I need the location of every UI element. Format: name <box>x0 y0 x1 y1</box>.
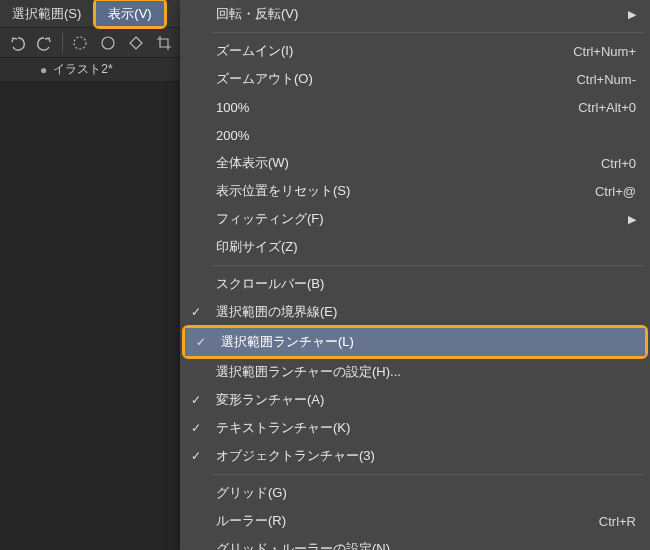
menu-item-label: 印刷サイズ(Z) <box>212 238 636 256</box>
menu-item-label: 回転・反転(V) <box>212 5 620 23</box>
menu-separator <box>212 32 644 33</box>
menu-item-shortcut: Ctrl+Alt+0 <box>578 100 636 115</box>
check-icon: ✓ <box>180 449 212 463</box>
menu-item-label: オブジェクトランチャー(3) <box>212 447 636 465</box>
menubar-item-label: 表示(V) <box>108 5 151 23</box>
menu-item-selection-launcher-settings[interactable]: 選択範囲ランチャーの設定(H)... <box>180 358 650 386</box>
menu-item-label: 100% <box>212 100 578 115</box>
menu-item-label: ズームアウト(O) <box>212 70 576 88</box>
menu-item-label: 全体表示(W) <box>212 154 601 172</box>
tab-modified-dot-icon: ● <box>40 63 47 77</box>
menu-separator <box>212 474 644 475</box>
redo-icon[interactable] <box>34 32 56 54</box>
menu-item-label: 変形ランチャー(A) <box>212 391 636 409</box>
menu-item-fitting[interactable]: フィッティング(F) ▶ <box>180 205 650 233</box>
menu-item-label: ルーラー(R) <box>212 512 599 530</box>
check-icon: ✓ <box>180 421 212 435</box>
menu-item-selection-border[interactable]: ✓ 選択範囲の境界線(E) <box>180 298 650 326</box>
menu-item-label: 選択範囲ランチャー(L) <box>217 333 631 351</box>
check-icon: ✓ <box>185 335 217 349</box>
menu-item-selection-launcher[interactable]: ✓ 選択範囲ランチャー(L) <box>185 328 645 356</box>
submenu-arrow-icon: ▶ <box>628 8 636 21</box>
crop-icon[interactable] <box>153 32 175 54</box>
menu-item-rotate-flip[interactable]: 回転・反転(V) ▶ <box>180 0 650 28</box>
menu-item-shortcut: Ctrl+0 <box>601 156 636 171</box>
document-tab-label[interactable]: イラスト2* <box>53 61 112 78</box>
menu-item-shortcut: Ctrl+Num+ <box>573 44 636 59</box>
menu-item-text-launcher[interactable]: ✓ テキストランチャー(K) <box>180 414 650 442</box>
menu-item-label: フィッティング(F) <box>212 210 620 228</box>
menu-item-label: グリッド・ルーラーの設定(N)... <box>212 540 636 550</box>
menu-item-print-size[interactable]: 印刷サイズ(Z) <box>180 233 650 261</box>
menu-item-ruler[interactable]: ルーラー(R) Ctrl+R <box>180 507 650 535</box>
menu-item-label: 200% <box>212 128 636 143</box>
svg-point-0 <box>74 37 86 49</box>
select-circle-icon[interactable] <box>97 32 119 54</box>
menu-item-transform-launcher[interactable]: ✓ 変形ランチャー(A) <box>180 386 650 414</box>
menubar-item-view[interactable]: 表示(V) <box>96 1 163 26</box>
menubar-item-selection[interactable]: 選択範囲(S) <box>0 0 93 27</box>
check-icon: ✓ <box>180 305 212 319</box>
menu-item-grid[interactable]: グリッド(G) <box>180 479 650 507</box>
menu-item-100pct[interactable]: 100% Ctrl+Alt+0 <box>180 93 650 121</box>
menu-item-label: 表示位置をリセット(S) <box>212 182 595 200</box>
menu-item-label: グリッド(G) <box>212 484 636 502</box>
menu-item-zoom-in[interactable]: ズームイン(I) Ctrl+Num+ <box>180 37 650 65</box>
select-circle-dashed-icon[interactable] <box>69 32 91 54</box>
menu-item-label: テキストランチャー(K) <box>212 419 636 437</box>
menubar-item-view-highlight: 表示(V) <box>93 0 166 29</box>
menu-item-label: スクロールバー(B) <box>212 275 636 293</box>
undo-icon[interactable] <box>6 32 28 54</box>
menu-item-shortcut: Ctrl+@ <box>595 184 636 199</box>
view-menu-dropdown: 回転・反転(V) ▶ ズームイン(I) Ctrl+Num+ ズームアウト(O) … <box>180 0 650 550</box>
menu-item-label: 選択範囲ランチャーの設定(H)... <box>212 363 636 381</box>
menu-item-200pct[interactable]: 200% <box>180 121 650 149</box>
menu-item-shortcut: Ctrl+R <box>599 514 636 529</box>
menu-item-label: 選択範囲の境界線(E) <box>212 303 636 321</box>
submenu-arrow-icon: ▶ <box>628 213 636 226</box>
menu-item-fit[interactable]: 全体表示(W) Ctrl+0 <box>180 149 650 177</box>
menu-item-grid-ruler-settings[interactable]: グリッド・ルーラーの設定(N)... <box>180 535 650 550</box>
menu-item-zoom-out[interactable]: ズームアウト(O) Ctrl+Num- <box>180 65 650 93</box>
toolbar-separator <box>62 33 63 53</box>
menu-item-shortcut: Ctrl+Num- <box>576 72 636 87</box>
check-icon: ✓ <box>180 393 212 407</box>
shape-diamond-icon[interactable] <box>125 32 147 54</box>
menu-item-object-launcher[interactable]: ✓ オブジェクトランチャー(3) <box>180 442 650 470</box>
menubar-item-label: 選択範囲(S) <box>12 5 81 23</box>
menu-item-scrollbar[interactable]: スクロールバー(B) <box>180 270 650 298</box>
menu-item-selection-launcher-highlight: ✓ 選択範囲ランチャー(L) <box>182 325 648 359</box>
menu-separator <box>212 265 644 266</box>
menu-item-reset-position[interactable]: 表示位置をリセット(S) Ctrl+@ <box>180 177 650 205</box>
menu-item-label: ズームイン(I) <box>212 42 573 60</box>
svg-point-1 <box>102 37 114 49</box>
